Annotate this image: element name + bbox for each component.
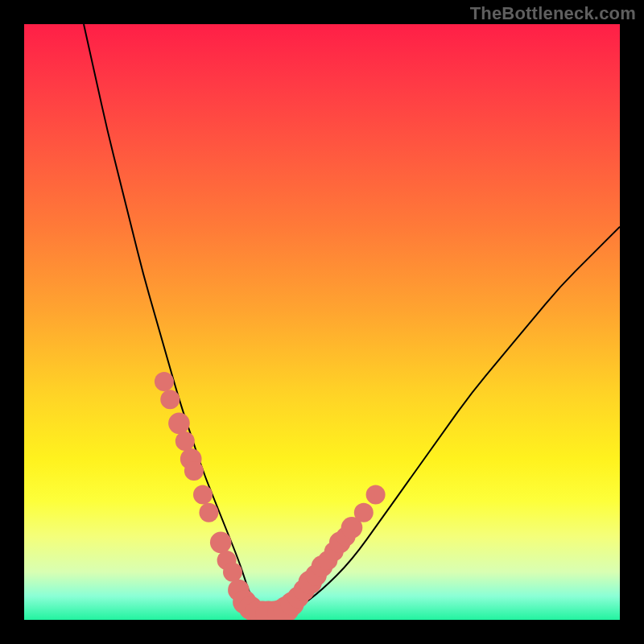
curve-marker: [366, 485, 386, 505]
curve-marker: [184, 461, 204, 481]
chart-svg: [24, 24, 620, 620]
curve-marker: [354, 503, 374, 522]
curve-marker: [160, 390, 180, 409]
curve-marker: [175, 431, 195, 451]
watermark-text: TheBottleneck.com: [470, 3, 636, 24]
curve-marker: [210, 532, 232, 554]
curve-marker: [155, 372, 174, 391]
curve-marker: [168, 413, 190, 435]
curve-marker: [193, 485, 213, 505]
curve-marker: [223, 563, 242, 582]
curve-marker: [199, 503, 218, 522]
chart-plot-area: [24, 24, 620, 620]
marker-group: [155, 372, 386, 620]
